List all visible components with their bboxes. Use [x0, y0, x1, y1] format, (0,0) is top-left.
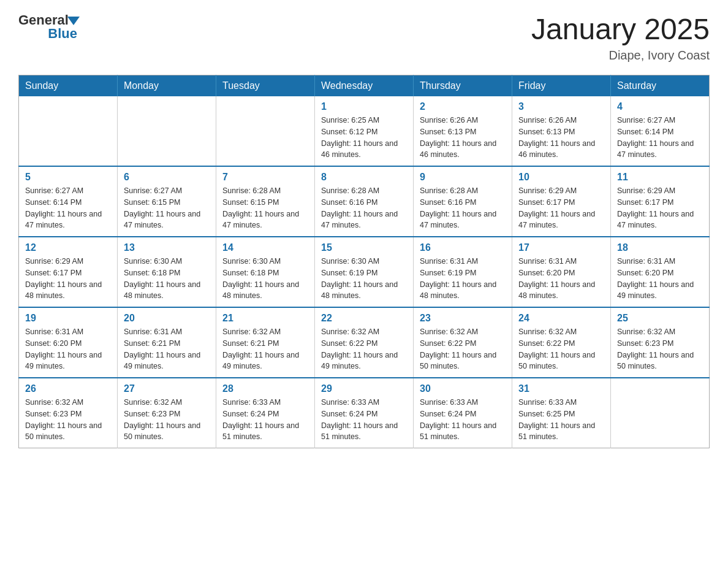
day-info: Sunrise: 6:26 AMSunset: 6:13 PMDaylight:…	[420, 115, 506, 161]
day-cell: 29Sunrise: 6:33 AMSunset: 6:24 PMDayligh…	[315, 378, 414, 448]
day-number: 6	[124, 172, 210, 183]
day-cell: 7Sunrise: 6:28 AMSunset: 6:15 PMDaylight…	[216, 166, 315, 237]
day-info: Sunrise: 6:26 AMSunset: 6:13 PMDaylight:…	[518, 115, 604, 161]
day-number: 26	[25, 383, 111, 394]
weekday-header-thursday: Thursday	[414, 75, 512, 97]
day-number: 18	[617, 242, 703, 253]
day-info: Sunrise: 6:31 AMSunset: 6:19 PMDaylight:…	[420, 256, 506, 302]
day-number: 8	[321, 172, 407, 183]
day-cell: 25Sunrise: 6:32 AMSunset: 6:23 PMDayligh…	[611, 307, 710, 378]
day-number: 10	[518, 172, 604, 183]
day-number: 17	[518, 242, 604, 253]
day-cell: 13Sunrise: 6:30 AMSunset: 6:18 PMDayligh…	[118, 237, 216, 307]
day-cell: 11Sunrise: 6:29 AMSunset: 6:17 PMDayligh…	[611, 166, 710, 237]
day-number: 15	[321, 242, 407, 253]
day-info: Sunrise: 6:27 AMSunset: 6:14 PMDaylight:…	[617, 115, 703, 161]
day-info: Sunrise: 6:32 AMSunset: 6:23 PMDaylight:…	[25, 397, 111, 443]
day-number: 27	[124, 383, 210, 394]
day-cell: 20Sunrise: 6:31 AMSunset: 6:21 PMDayligh…	[118, 307, 216, 378]
day-info: Sunrise: 6:28 AMSunset: 6:16 PMDaylight:…	[420, 185, 506, 231]
day-cell: 19Sunrise: 6:31 AMSunset: 6:20 PMDayligh…	[19, 307, 118, 378]
day-cell: 3Sunrise: 6:26 AMSunset: 6:13 PMDaylight…	[512, 96, 611, 166]
logo-arrow-icon	[67, 17, 80, 25]
weekday-header-monday: Monday	[118, 75, 216, 97]
day-cell: 24Sunrise: 6:32 AMSunset: 6:22 PMDayligh…	[512, 307, 611, 378]
day-cell: 31Sunrise: 6:33 AMSunset: 6:25 PMDayligh…	[512, 378, 611, 448]
week-row-1: 1Sunrise: 6:25 AMSunset: 6:12 PMDaylight…	[19, 96, 710, 166]
day-cell: 27Sunrise: 6:32 AMSunset: 6:23 PMDayligh…	[118, 378, 216, 448]
day-cell: 18Sunrise: 6:31 AMSunset: 6:20 PMDayligh…	[611, 237, 710, 307]
day-cell: 17Sunrise: 6:31 AMSunset: 6:20 PMDayligh…	[512, 237, 611, 307]
day-number: 23	[420, 313, 506, 324]
weekday-header-saturday: Saturday	[611, 75, 710, 97]
day-cell: 16Sunrise: 6:31 AMSunset: 6:19 PMDayligh…	[414, 237, 512, 307]
day-info: Sunrise: 6:33 AMSunset: 6:24 PMDaylight:…	[222, 397, 308, 443]
title-area: January 2025 Diape, Ivory Coast	[531, 12, 710, 63]
day-info: Sunrise: 6:30 AMSunset: 6:19 PMDaylight:…	[321, 256, 407, 302]
week-row-4: 19Sunrise: 6:31 AMSunset: 6:20 PMDayligh…	[19, 307, 710, 378]
day-cell: 5Sunrise: 6:27 AMSunset: 6:14 PMDaylight…	[19, 166, 118, 237]
day-number: 5	[25, 172, 111, 183]
day-cell	[19, 96, 118, 166]
calendar-subtitle: Diape, Ivory Coast	[531, 48, 710, 63]
day-info: Sunrise: 6:29 AMSunset: 6:17 PMDaylight:…	[518, 185, 604, 231]
weekday-header-wednesday: Wednesday	[315, 75, 414, 97]
day-cell: 23Sunrise: 6:32 AMSunset: 6:22 PMDayligh…	[414, 307, 512, 378]
day-cell: 30Sunrise: 6:33 AMSunset: 6:24 PMDayligh…	[414, 378, 512, 448]
weekday-header-tuesday: Tuesday	[216, 75, 315, 97]
day-number: 16	[420, 242, 506, 253]
day-cell: 15Sunrise: 6:30 AMSunset: 6:19 PMDayligh…	[315, 237, 414, 307]
day-cell: 26Sunrise: 6:32 AMSunset: 6:23 PMDayligh…	[19, 378, 118, 448]
day-info: Sunrise: 6:33 AMSunset: 6:25 PMDaylight:…	[518, 397, 604, 443]
day-number: 30	[420, 383, 506, 394]
day-info: Sunrise: 6:29 AMSunset: 6:17 PMDaylight:…	[25, 256, 111, 302]
day-info: Sunrise: 6:27 AMSunset: 6:14 PMDaylight:…	[25, 185, 111, 231]
day-cell: 6Sunrise: 6:27 AMSunset: 6:15 PMDaylight…	[118, 166, 216, 237]
day-info: Sunrise: 6:33 AMSunset: 6:24 PMDaylight:…	[321, 397, 407, 443]
day-number: 24	[518, 313, 604, 324]
day-number: 11	[617, 172, 703, 183]
day-cell: 22Sunrise: 6:32 AMSunset: 6:22 PMDayligh…	[315, 307, 414, 378]
weekday-header-row: SundayMondayTuesdayWednesdayThursdayFrid…	[19, 75, 710, 97]
weekday-header-friday: Friday	[512, 75, 611, 97]
day-number: 20	[124, 313, 210, 324]
day-info: Sunrise: 6:32 AMSunset: 6:21 PMDaylight:…	[222, 326, 308, 372]
day-info: Sunrise: 6:29 AMSunset: 6:17 PMDaylight:…	[617, 185, 703, 231]
day-cell	[611, 378, 710, 448]
day-info: Sunrise: 6:32 AMSunset: 6:23 PMDaylight:…	[124, 397, 210, 443]
day-info: Sunrise: 6:32 AMSunset: 6:22 PMDaylight:…	[321, 326, 407, 372]
day-cell: 2Sunrise: 6:26 AMSunset: 6:13 PMDaylight…	[414, 96, 512, 166]
day-cell: 12Sunrise: 6:29 AMSunset: 6:17 PMDayligh…	[19, 237, 118, 307]
day-number: 29	[321, 383, 407, 394]
header: General Blue January 2025 Diape, Ivory C…	[18, 12, 710, 63]
day-number: 1	[321, 101, 407, 112]
day-number: 14	[222, 242, 308, 253]
day-info: Sunrise: 6:33 AMSunset: 6:24 PMDaylight:…	[420, 397, 506, 443]
day-number: 28	[222, 383, 308, 394]
logo-blue: Blue	[48, 26, 80, 42]
day-number: 7	[222, 172, 308, 183]
day-cell	[216, 96, 315, 166]
day-info: Sunrise: 6:32 AMSunset: 6:22 PMDaylight:…	[420, 326, 506, 372]
day-number: 2	[420, 101, 506, 112]
day-cell: 1Sunrise: 6:25 AMSunset: 6:12 PMDaylight…	[315, 96, 414, 166]
week-row-3: 12Sunrise: 6:29 AMSunset: 6:17 PMDayligh…	[19, 237, 710, 307]
day-number: 13	[124, 242, 210, 253]
day-cell: 8Sunrise: 6:28 AMSunset: 6:16 PMDaylight…	[315, 166, 414, 237]
day-number: 4	[617, 101, 703, 112]
weekday-header-sunday: Sunday	[19, 75, 118, 97]
day-cell: 4Sunrise: 6:27 AMSunset: 6:14 PMDaylight…	[611, 96, 710, 166]
day-cell: 28Sunrise: 6:33 AMSunset: 6:24 PMDayligh…	[216, 378, 315, 448]
logo: General Blue	[18, 12, 80, 42]
day-info: Sunrise: 6:31 AMSunset: 6:20 PMDaylight:…	[25, 326, 111, 372]
day-info: Sunrise: 6:30 AMSunset: 6:18 PMDaylight:…	[124, 256, 210, 302]
day-cell: 14Sunrise: 6:30 AMSunset: 6:18 PMDayligh…	[216, 237, 315, 307]
day-info: Sunrise: 6:28 AMSunset: 6:15 PMDaylight:…	[222, 185, 308, 231]
day-info: Sunrise: 6:25 AMSunset: 6:12 PMDaylight:…	[321, 115, 407, 161]
day-info: Sunrise: 6:32 AMSunset: 6:22 PMDaylight:…	[518, 326, 604, 372]
day-cell	[118, 96, 216, 166]
calendar-table: SundayMondayTuesdayWednesdayThursdayFrid…	[18, 75, 710, 448]
day-number: 25	[617, 313, 703, 324]
day-number: 31	[518, 383, 604, 394]
day-info: Sunrise: 6:27 AMSunset: 6:15 PMDaylight:…	[124, 185, 210, 231]
